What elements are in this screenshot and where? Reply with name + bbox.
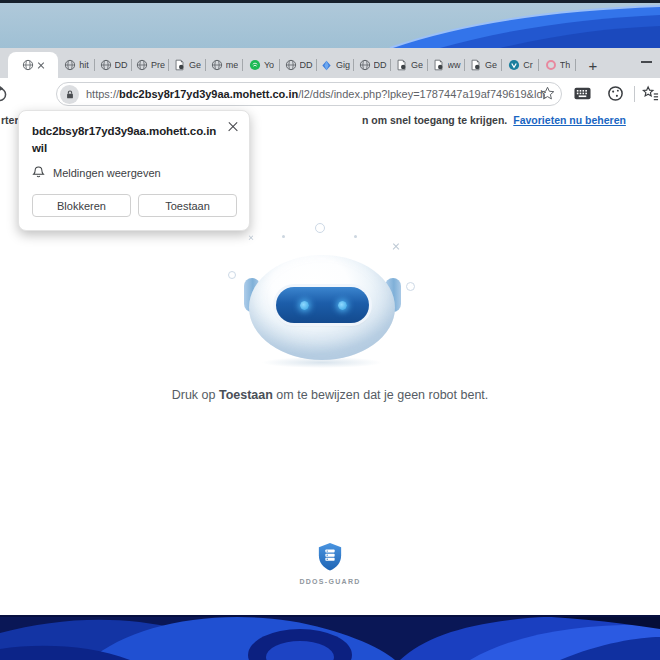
tab-label: DD xyxy=(115,60,128,70)
robot-eye-right xyxy=(338,301,347,310)
green-circle-favicon-icon xyxy=(249,59,261,71)
teal-circle-favicon-icon xyxy=(508,59,520,71)
favorite-star-icon[interactable] xyxy=(540,86,555,105)
decoration-circle xyxy=(406,282,415,291)
tab-label: Ge xyxy=(485,60,497,70)
tab-label: Ge xyxy=(411,60,423,70)
tab-strip: hitDDPreGemeYoDDGigDDGewwGeCrTh + xyxy=(0,48,660,78)
new-tab-button[interactable]: + xyxy=(582,54,604,76)
file-favicon-icon xyxy=(396,59,408,71)
shield-icon xyxy=(317,558,343,575)
popup-buttons: Blokkeren Toestaan xyxy=(32,194,237,217)
browser-tab[interactable]: hit xyxy=(58,52,95,78)
url-path: /l2/dds/index.php?lpkey=1787447a19af7496… xyxy=(298,88,546,100)
tab-label: DD xyxy=(300,60,313,70)
brand-label: DDOS-GUARD xyxy=(0,578,660,585)
globe-favicon-icon xyxy=(64,59,76,71)
instruction-allow-word: Toestaan xyxy=(219,388,273,402)
browser-toolbar: https://bdc2bsy8r17yd3y9aa.mohett.co.in/… xyxy=(0,78,660,110)
browser-tab[interactable]: Th xyxy=(539,52,576,78)
minimize-icon[interactable] xyxy=(641,61,652,63)
address-bar[interactable]: https://bdc2bsy8r17yd3y9aa.mohett.co.in/… xyxy=(56,82,562,106)
browser-tab[interactable]: DD xyxy=(95,52,132,78)
browser-tab[interactable]: me xyxy=(206,52,243,78)
file-favicon-icon xyxy=(433,59,445,71)
favorites-bar-message: n om snel toegang te krijgen.Favorieten … xyxy=(362,114,626,126)
globe-favicon-icon xyxy=(285,59,297,71)
url-text[interactable]: https://bdc2bsy8r17yd3y9aa.mohett.co.in/… xyxy=(86,83,546,105)
favorites-bar-message-text: n om snel toegang te krijgen. xyxy=(362,114,507,126)
tab-label: hit xyxy=(79,60,89,70)
browser-tab-active[interactable] xyxy=(8,52,58,78)
popup-title: bdc2bsy8r17yd3y9aa.mohett.co.in wil xyxy=(32,123,230,156)
browser-tab[interactable]: Ge xyxy=(465,52,502,78)
tab-strip-tabs: hitDDPreGemeYoDDGigDDGewwGeCrTh xyxy=(8,52,576,78)
windows-bloom-light-graphic xyxy=(0,0,660,48)
lock-icon[interactable] xyxy=(60,85,79,104)
manage-favorites-link[interactable]: Favorieten nu beheren xyxy=(513,114,626,126)
decoration-x-icon xyxy=(392,243,400,251)
popup-permission-label: Meldingen weergeven xyxy=(53,167,161,179)
decoration-x-icon xyxy=(248,235,254,241)
allow-button[interactable]: Toestaan xyxy=(138,194,237,217)
browser-tab[interactable]: Ge xyxy=(169,52,206,78)
globe-favicon-icon xyxy=(359,59,371,71)
popup-permission-row: Meldingen weergeven xyxy=(32,165,237,181)
pink-ring-favicon-icon xyxy=(545,59,557,71)
decoration-circle xyxy=(228,271,236,279)
globe-favicon-icon xyxy=(136,59,148,71)
favorites-hub-icon[interactable] xyxy=(642,85,659,106)
screen: hitDDPreGemeYoDDGigDDGewwGeCrTh + ht xyxy=(0,0,660,660)
file-favicon-icon xyxy=(174,59,186,71)
instruction-suffix: om te bewijzen dat je geen robot bent. xyxy=(273,388,488,402)
tab-label: Gig xyxy=(336,60,350,70)
footer-brand: DDOS-GUARD xyxy=(0,542,660,585)
browser-tab[interactable]: DD xyxy=(354,52,391,78)
decoration-dot xyxy=(282,235,285,238)
browser-tab[interactable]: Gig xyxy=(317,52,354,78)
browser-tab[interactable]: Cr xyxy=(502,52,539,78)
browser-tab[interactable]: Ge xyxy=(391,52,428,78)
bell-icon xyxy=(32,165,45,181)
browser-tab[interactable]: DD xyxy=(280,52,317,78)
tab-label: DD xyxy=(374,60,387,70)
robot-visor xyxy=(276,287,369,323)
robot-eye-left xyxy=(300,301,309,310)
tab-label: Th xyxy=(560,60,571,70)
windows-bloom-dark-graphic xyxy=(0,615,660,660)
instruction-text: Druk op Toestaan om te bewijzen dat je g… xyxy=(0,388,660,402)
browser-tab[interactable]: Pre xyxy=(132,52,169,78)
tab-label: Yo xyxy=(264,60,274,70)
notification-permission-popup: bdc2bsy8r17yd3y9aa.mohett.co.in wil Meld… xyxy=(18,110,250,231)
tab-label: Pre xyxy=(151,60,165,70)
tab-label: Cr xyxy=(523,60,533,70)
browser-tab[interactable]: ww xyxy=(428,52,465,78)
block-button[interactable]: Blokkeren xyxy=(32,194,131,217)
tab-label: Ge xyxy=(189,60,201,70)
keyboard-icon[interactable] xyxy=(574,86,591,104)
globe-favicon-icon xyxy=(100,59,112,71)
decoration-circle xyxy=(315,223,325,233)
desktop-wallpaper-top xyxy=(0,0,660,48)
tab-label: me xyxy=(226,60,239,70)
globe-favicon-icon xyxy=(211,59,223,71)
tab-close-icon[interactable] xyxy=(37,61,45,69)
close-icon[interactable] xyxy=(228,122,238,132)
refresh-icon[interactable] xyxy=(0,85,9,108)
cookie-icon[interactable] xyxy=(607,85,624,106)
blue-gem-favicon-icon xyxy=(321,59,333,71)
browser-tab[interactable]: Yo xyxy=(243,52,280,78)
url-scheme: https:// xyxy=(86,88,119,100)
toolbar-divider xyxy=(634,86,635,102)
globe-favicon-icon xyxy=(22,59,34,71)
decoration-dot xyxy=(354,235,357,238)
url-domain: bdc2bsy8r17yd3y9aa.mohett.co.in xyxy=(119,88,298,100)
file-favicon-icon xyxy=(470,59,482,71)
instruction-prefix: Druk op xyxy=(172,388,219,402)
desktop-wallpaper-bottom xyxy=(0,615,660,660)
tab-label: ww xyxy=(448,60,461,70)
